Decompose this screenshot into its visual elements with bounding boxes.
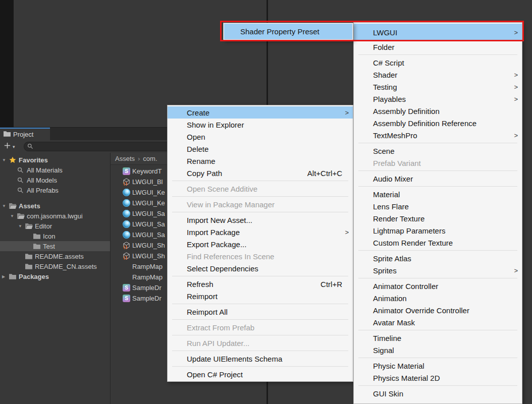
menu-item-prefab-variant[interactable]: Prefab Variant bbox=[354, 157, 522, 169]
menu-item-render-texture[interactable]: Render Texture bbox=[354, 212, 522, 224]
menu-item-update-uielements-schema[interactable]: Update UIElements Schema bbox=[168, 353, 353, 365]
menu-item-label: Physic Material bbox=[373, 362, 512, 370]
menu-separator bbox=[172, 181, 348, 181]
menu-item-lens-flare[interactable]: Lens Flare bbox=[354, 200, 522, 212]
menu-item-label: Reimport bbox=[187, 292, 343, 301]
menu-item-extract-from-prefab[interactable]: Extract From Prefab bbox=[168, 321, 353, 333]
menu-item-sprites[interactable]: Sprites> bbox=[354, 264, 522, 276]
menu-item-select-dependencies[interactable]: Select Dependencies bbox=[168, 262, 353, 274]
file-item-label: KeywordT bbox=[132, 167, 162, 175]
submenu-arrow-icon: > bbox=[512, 267, 518, 274]
menu-item-copy-path[interactable]: Copy PathAlt+Ctrl+C bbox=[168, 167, 353, 179]
menu-item-export-package[interactable]: Export Package... bbox=[168, 238, 353, 250]
menu-item-view-in-package-manager[interactable]: View in Package Manager bbox=[168, 198, 353, 210]
menu-item-folder[interactable]: Folder bbox=[354, 41, 522, 53]
breadcrumb-segment[interactable]: com. bbox=[143, 155, 157, 162]
tree-item-readme-cn-assets[interactable]: README_CN.assets bbox=[0, 261, 110, 271]
file-item-label: LWGUI_Sa bbox=[132, 231, 165, 239]
menu-item-find-references-in-scene[interactable]: Find References In Scene bbox=[168, 250, 353, 262]
menu-item-scene[interactable]: Scene bbox=[354, 145, 522, 157]
menu-separator bbox=[358, 278, 517, 278]
menu-item-import-package[interactable]: Import Package> bbox=[168, 226, 353, 238]
tab-project[interactable]: Project bbox=[0, 128, 50, 140]
menu-item-sprite-atlas[interactable]: Sprite Atlas bbox=[354, 252, 522, 264]
tree-item-icon[interactable]: Icon bbox=[0, 231, 110, 241]
menu-item-timeline[interactable]: Timeline bbox=[354, 332, 522, 344]
tree-item-readme-assets[interactable]: README.assets bbox=[0, 251, 110, 261]
menu-item-label: Prefab Variant bbox=[373, 159, 512, 167]
menu-item-open-scene-additive[interactable]: Open Scene Additive bbox=[168, 183, 353, 195]
menu-item-physic-material[interactable]: Physic Material bbox=[354, 360, 522, 372]
menu-item-open-c-project[interactable]: Open C# Project bbox=[168, 368, 353, 380]
menu-separator bbox=[172, 304, 348, 304]
menu-item-animator-override-controller[interactable]: Animator Override Controller bbox=[354, 304, 522, 316]
tree-item-test[interactable]: Test bbox=[0, 241, 110, 251]
menu-item-assembly-definition[interactable]: Assembly Definition bbox=[354, 105, 522, 117]
menu-item-lightmap-parameters[interactable]: Lightmap Parameters bbox=[354, 224, 522, 237]
script-icon: S bbox=[123, 295, 132, 302]
menu-item-gui-skin[interactable]: GUI Skin bbox=[354, 387, 522, 399]
menu-item-custom-font[interactable]: Custom Font bbox=[354, 399, 522, 404]
menu-item-delete[interactable]: Delete bbox=[168, 143, 353, 155]
menu-item-label: Copy Path bbox=[187, 169, 307, 178]
menu-item-label: Animator Override Controller bbox=[373, 306, 512, 315]
menu-item-playables[interactable]: Playables> bbox=[354, 93, 522, 105]
menu-item-shader[interactable]: Shader> bbox=[354, 69, 522, 81]
menu-item-signal[interactable]: Signal bbox=[354, 344, 522, 356]
tree-item-label: README.assets bbox=[35, 253, 84, 260]
menu-item-run-api-updater[interactable]: Run API Updater... bbox=[168, 337, 353, 349]
tree-item-favorites[interactable]: ▼Favorites bbox=[0, 155, 110, 165]
file-item-label: LWGUI_Sa bbox=[132, 210, 165, 217]
svg-text:{}: {} bbox=[123, 182, 128, 186]
menu-separator bbox=[358, 385, 517, 386]
menu-separator bbox=[172, 319, 348, 320]
search-icon bbox=[17, 187, 27, 194]
menu-item-textmeshpro[interactable]: TextMeshPro> bbox=[354, 129, 522, 141]
menu-separator bbox=[358, 330, 517, 330]
menu-item-label: Lens Flare bbox=[373, 202, 512, 211]
menu-item-label: Create bbox=[187, 108, 343, 117]
menu-item-assembly-definition-reference[interactable]: Assembly Definition Reference bbox=[354, 117, 522, 129]
menu-item-show-in-explorer[interactable]: Show in Explorer bbox=[168, 119, 353, 131]
menu-item-testing[interactable]: Testing> bbox=[354, 81, 522, 93]
menu-item-label: Lightmap Parameters bbox=[373, 226, 512, 235]
submenu-arrow-icon: > bbox=[343, 109, 349, 117]
tree-item-all-prefabs[interactable]: All Prefabs bbox=[0, 185, 110, 195]
tree-item-assets[interactable]: ▼Assets bbox=[0, 201, 110, 211]
add-asset-button[interactable] bbox=[4, 142, 11, 151]
tree-expanded-arrow-icon: ▼ bbox=[18, 224, 25, 228]
create-submenu: LWGUI>FolderC# ScriptShader>Testing>Play… bbox=[353, 22, 522, 404]
menu-item-audio-mixer[interactable]: Audio Mixer bbox=[354, 172, 522, 185]
tree-item-com-jasonma-lwgui[interactable]: ▼com.jasonma.lwgui bbox=[0, 211, 110, 221]
menu-separator bbox=[358, 358, 517, 358]
tree-item-packages[interactable]: ▶Packages bbox=[0, 271, 110, 281]
folder-icon bbox=[33, 233, 43, 239]
menu-item-material[interactable]: Material bbox=[354, 188, 522, 200]
breadcrumb-segment[interactable]: Assets bbox=[115, 155, 135, 162]
tree-item-label: com.jasonma.lwgui bbox=[27, 212, 83, 220]
chevron-down-icon[interactable]: ▾ bbox=[13, 144, 15, 149]
menu-item-create[interactable]: Create> bbox=[168, 106, 353, 119]
menu-item-physics-material-2d[interactable]: Physics Material 2D bbox=[354, 372, 522, 384]
menu-item-reimport-all[interactable]: Reimport All bbox=[168, 306, 353, 318]
menu-separator bbox=[172, 276, 348, 276]
menu-item-refresh[interactable]: RefreshCtrl+R bbox=[168, 278, 353, 290]
tree-item-editor[interactable]: ▼Editor bbox=[0, 221, 110, 231]
file-item-label: LWGUI_Ke bbox=[132, 189, 165, 196]
menu-item-rename[interactable]: Rename bbox=[168, 155, 353, 167]
tree-item-all-materials[interactable]: All Materials bbox=[0, 165, 110, 175]
menu-item-c-script[interactable]: C# Script bbox=[354, 56, 522, 69]
menu-item-label: C# Script bbox=[373, 59, 512, 67]
shader-icon: {} bbox=[123, 242, 132, 249]
menu-item-animation[interactable]: Animation bbox=[354, 292, 522, 304]
search-icon bbox=[17, 177, 27, 184]
menu-item-label: Animation bbox=[373, 294, 512, 303]
menu-item-custom-render-texture[interactable]: Custom Render Texture bbox=[354, 237, 522, 249]
menu-item-open[interactable]: Open bbox=[168, 131, 353, 143]
menu-item-avatar-mask[interactable]: Avatar Mask bbox=[354, 316, 522, 328]
tree-item-all-models[interactable]: All Models bbox=[0, 175, 110, 185]
menu-item-reimport[interactable]: Reimport bbox=[168, 290, 353, 302]
folder-open-icon bbox=[25, 223, 35, 229]
menu-item-import-new-asset[interactable]: Import New Asset... bbox=[168, 214, 353, 226]
menu-item-animator-controller[interactable]: Animator Controller bbox=[354, 280, 522, 292]
